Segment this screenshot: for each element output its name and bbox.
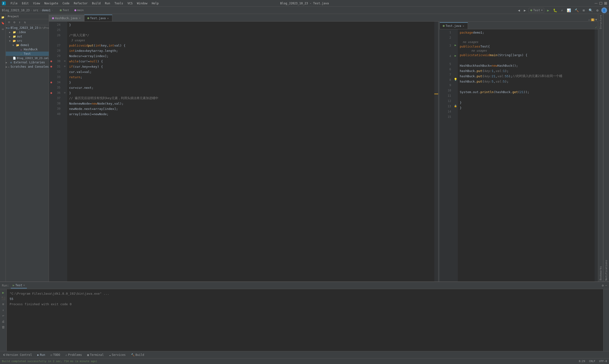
run-button[interactable]: ▶ [546, 8, 550, 13]
run-output[interactable]: "C:\Program Files\Java\jdk1.8.0_192\bin\… [7, 289, 603, 351]
run-arrow-3[interactable]: ▶ [454, 43, 456, 47]
bulb-icon-8[interactable]: 💡 [454, 78, 457, 81]
rerun-button[interactable]: ▶ [1, 290, 6, 295]
settings-button[interactable]: ⚙ [596, 8, 599, 13]
run-settings-icon[interactable]: ⚙ [602, 284, 604, 287]
rcode-14: } [458, 105, 595, 110]
close-button[interactable]: ✕ [604, 2, 607, 5]
tree-item-hashbuck[interactable]: ▶ ☕ HashBuck [6, 47, 49, 52]
search-everywhere[interactable]: 🔍 [588, 8, 594, 13]
menu-item-window[interactable]: Window [135, 1, 149, 5]
menu-item-run[interactable]: Run [103, 1, 112, 5]
show-options-button[interactable]: ⚙ [12, 20, 17, 25]
right-code-content[interactable]: package demo1; no usages public class Te… [458, 29, 595, 281]
test-dot [60, 9, 62, 11]
tree-item-demo1[interactable]: ▼ 📂 demo1 [6, 43, 49, 47]
test-right-tab-close[interactable]: × [462, 25, 465, 27]
bottom-tab-build[interactable]: 🔨 Build [129, 352, 147, 358]
menu-item-edit[interactable]: Edit [20, 1, 31, 5]
menu-item-view[interactable]: View [31, 1, 42, 5]
tree-item-out[interactable]: ▶ 📁 out [6, 34, 49, 39]
scroll-to-end-button[interactable]: ↓ [1, 307, 6, 312]
menu-item-build[interactable]: Build [90, 1, 103, 5]
filter-button[interactable]: ≡ [1, 302, 6, 306]
bottom-tab-services[interactable]: ☁ Services [107, 352, 128, 358]
cursor-position[interactable]: 8:29 [579, 360, 585, 363]
right-code-scroll[interactable]: 1 2 3 4 5 6 7 8 9 10 11 12 13 14 [440, 29, 598, 281]
test-tab-close[interactable]: × [107, 17, 109, 20]
test-label: Test [24, 52, 31, 55]
menu-item-tools[interactable]: Tools [113, 1, 125, 5]
bottom-tab-terminal[interactable]: ▣ Terminal [85, 352, 106, 358]
forward-button[interactable]: ▶ [523, 8, 527, 13]
breadcrumb-src[interactable]: src [33, 9, 39, 12]
warning-icon[interactable]: ⚠ [588, 18, 590, 21]
tab-hashbuck[interactable]: HashBuck.java × [49, 15, 84, 21]
bottom-tab-version-control[interactable]: ⑆ Version Control [1, 352, 34, 358]
bookmarks-icon[interactable]: 🔖 [0, 21, 5, 26]
menu-item-help[interactable]: Help [150, 1, 161, 5]
minimize-button[interactable] [595, 3, 597, 4]
run-arrow-4[interactable]: ▶ [454, 54, 456, 57]
back-button[interactable]: ◀ [517, 8, 521, 13]
line-37: 37 [49, 95, 62, 101]
bottom-tab-problems[interactable]: ⚠ Problems [63, 352, 84, 358]
src-folder-icon: 📂 [13, 39, 16, 43]
run-config[interactable]: Test ▼ [529, 8, 544, 13]
charset[interactable]: UTF-8 [599, 360, 607, 363]
stop-button[interactable]: ⬛ [1, 296, 6, 301]
build-status-text[interactable]: Build completed successfully in 2 sec, 7… [2, 360, 97, 363]
notifications-label[interactable]: Notifications [605, 260, 608, 281]
menu-item-refactor[interactable]: Refactor [72, 1, 90, 5]
nav-tab-main[interactable]: main [72, 8, 86, 12]
scroll-from-source-button[interactable]: ↕ [17, 20, 22, 25]
structure-icon[interactable]: ⚌ [0, 26, 5, 31]
bottom-tab-run[interactable]: ▶ Run [35, 352, 48, 358]
no-usages-hint-3: no usages [458, 40, 595, 44]
tree-item-src[interactable]: ▼ 📂 src [6, 39, 49, 43]
left-code-scroll[interactable]: 24 25 26 27 28 29 30 31 32 33 34 35 36 [49, 22, 438, 281]
project-icon[interactable]: 📁 [0, 15, 5, 20]
nav-tab-test[interactable]: Test [58, 8, 71, 12]
build-button[interactable]: 🔨 [574, 8, 580, 13]
tree-item-project-root[interactable]: ▼ 🗂 Blog_J2023_10_23 D:\Pro... [6, 26, 49, 30]
avatar[interactable]: 👤 [601, 7, 607, 13]
run-close-icon[interactable]: − [605, 284, 607, 287]
right-tab-bar: Test.java × ✓ [440, 22, 598, 29]
clear-button[interactable]: 🗑 [1, 325, 6, 329]
print-button[interactable]: 🖨 [1, 319, 6, 324]
run-config-arrow: ▼ [541, 9, 543, 12]
tree-item-ext-libs[interactable]: ▶ ⚙ External Libraries [6, 60, 49, 65]
breadcrumb-demo1[interactable]: demo1 [42, 9, 51, 12]
profile-button[interactable]: 📊 [566, 8, 572, 13]
debug-button[interactable]: 🐛 [552, 8, 558, 13]
run-tab-test[interactable]: ▶ Test × [11, 283, 27, 288]
maximize-button[interactable] [599, 2, 602, 5]
breadcrumb-project[interactable]: Blog_J2023_10_23 [2, 9, 30, 12]
soft-wrap-button[interactable]: ↩ [1, 313, 6, 318]
run-tab-close-button[interactable]: × [23, 284, 25, 287]
menu-item-vcs[interactable]: VCS [126, 1, 135, 5]
tab-test-left[interactable]: Test.java × [84, 15, 113, 21]
hashbuck-tab-close[interactable]: × [78, 16, 81, 20]
bookmarks-label[interactable]: Bookmarks [599, 265, 603, 281]
tree-item-scratches[interactable]: ▶ ✏ Scratches and Consoles [6, 65, 49, 69]
coverage-button[interactable]: ⚡ [560, 8, 564, 13]
bottom-tab-todo[interactable]: ☑ TODO [48, 352, 62, 358]
left-code-content[interactable]: } /*插入元素*/ 3 usages public void put(int … [67, 22, 434, 281]
tab-settings[interactable]: ▼ [595, 18, 597, 21]
nav-tabs: Test main [58, 8, 85, 12]
collapse-all-button[interactable]: ⊟ [7, 20, 12, 25]
menu-item-navigate[interactable]: Navigate [42, 1, 60, 5]
checkmark-icon[interactable]: ✓ [595, 26, 597, 29]
tree-item-iml[interactable]: ▶ 📄 Blog_J2023_10_23.iml [6, 56, 49, 60]
tree-item-idea[interactable]: ▶ 📁 .idea [6, 30, 49, 34]
menu-item-code[interactable]: Code [61, 1, 72, 5]
sort-button[interactable]: ⇅ [23, 20, 27, 25]
menu-item-file[interactable]: File [9, 1, 19, 5]
more-actions[interactable]: ⊞ [582, 8, 585, 13]
line-ending[interactable]: CRLF [589, 360, 595, 363]
tree-item-test[interactable]: ▶ ☕ Test [6, 52, 49, 56]
structure-label[interactable]: Structure [599, 14, 603, 30]
tab-test-right[interactable]: Test.java × [440, 22, 468, 29]
